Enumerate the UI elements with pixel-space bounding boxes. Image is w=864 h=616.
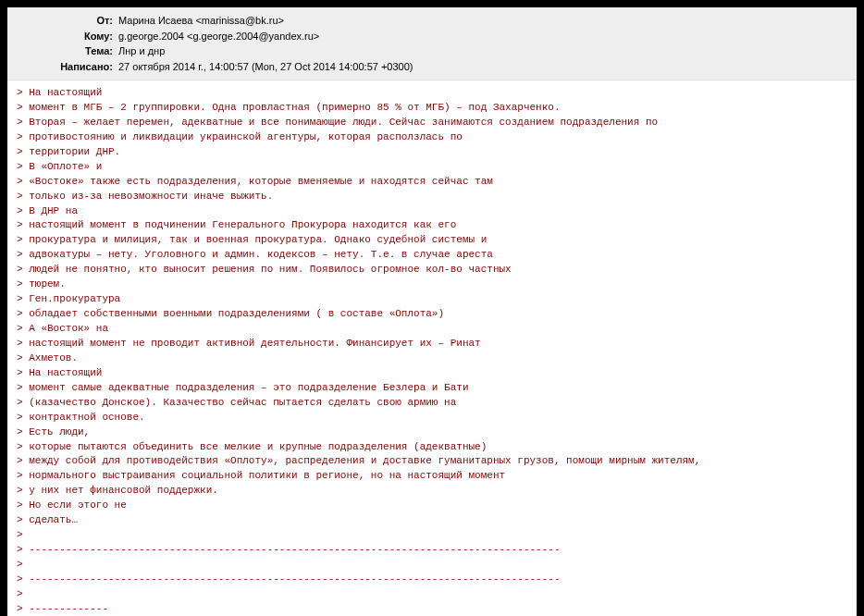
body-line: > противостоянию и ликвидации украинской… <box>17 130 847 145</box>
header-value-subject: Лнр и днр <box>118 43 165 59</box>
body-line: > обладает собственными военными подразд… <box>17 307 847 322</box>
body-line: > настоящий момент в подчинении Генераль… <box>17 218 847 233</box>
body-line: > А «Восток» на <box>17 322 847 337</box>
email-body: > На настоящий> момент в МГБ – 2 группир… <box>7 80 857 616</box>
body-line: > На настоящий <box>17 366 847 381</box>
body-line: > --------------------------------------… <box>17 573 847 587</box>
header-label-from: От: <box>17 13 118 29</box>
body-line: > нормального выстраивания социальной по… <box>17 469 847 484</box>
body-line: > На настоящий <box>17 86 847 101</box>
body-line: > контрактной основе. <box>17 411 847 425</box>
body-line: > Есть люди, <box>17 425 847 440</box>
body-line: > адвокатуры – нету. Уголовного и админ.… <box>17 248 847 263</box>
body-line: > тюрем. <box>17 277 847 292</box>
body-line: > В ДНР на <box>17 204 847 219</box>
body-line: > Вторая – желает перемен, адекватные и … <box>17 116 847 130</box>
body-line: > между собой для противодействия «Оплот… <box>17 454 847 469</box>
header-row-to: Кому: g.george.2004 <g.george.2004@yande… <box>17 29 847 44</box>
header-label-subject: Тема: <box>17 43 118 59</box>
body-line: > ------------- <box>17 602 847 616</box>
body-line: > Ахметов. <box>17 351 847 366</box>
body-line: > прокуратура и милиция, так и военная п… <box>17 233 847 248</box>
body-line: > момент в МГБ – 2 группировки. Одна про… <box>17 101 847 116</box>
body-line: > территории ДНР. <box>17 145 847 160</box>
email-container: От: Марина Исаева <marinissa@bk.ru> Кому… <box>7 7 857 616</box>
body-line: > Ген.прокуратура <box>17 292 847 307</box>
body-line: > людей не понятно, кто выносит решения … <box>17 263 847 277</box>
body-line: > у них нет финансовой поддержки. <box>17 484 847 499</box>
body-line: > <box>17 528 847 543</box>
body-line: > --------------------------------------… <box>17 543 847 558</box>
header-row-from: От: Марина Исаева <marinissa@bk.ru> <box>17 13 847 29</box>
body-line: > сделать… <box>17 513 847 528</box>
body-line: > «Востоке» также есть подразделения, ко… <box>17 175 847 190</box>
body-line: > <box>17 587 847 602</box>
body-line: > Но если этого не <box>17 499 847 513</box>
body-line: > которые пытаются объединить все мелкие… <box>17 440 847 455</box>
header-row-subject: Тема: Лнр и днр <box>17 43 847 59</box>
body-line: > настоящий момент не проводит активной … <box>17 337 847 351</box>
header-label-to: Кому: <box>17 29 118 44</box>
header-value-date: 27 октября 2014 г., 14:00:57 (Mon, 27 Oc… <box>118 59 413 75</box>
header-row-date: Написано: 27 октября 2014 г., 14:00:57 (… <box>17 59 847 75</box>
body-line: > В «Оплоте» и <box>17 160 847 175</box>
header-value-from: Марина Исаева <marinissa@bk.ru> <box>118 13 284 29</box>
header-value-to: g.george.2004 <g.george.2004@yandex.ru> <box>118 29 319 44</box>
email-header: От: Марина Исаева <marinissa@bk.ru> Кому… <box>7 7 857 80</box>
body-line: > только из-за невозможности иначе выжит… <box>17 190 847 204</box>
body-line: > (казачество Донское). Казачество сейча… <box>17 396 847 411</box>
header-label-date: Написано: <box>17 59 118 75</box>
body-line: > <box>17 558 847 573</box>
body-line: > момент самые адекватные подразделения … <box>17 381 847 396</box>
